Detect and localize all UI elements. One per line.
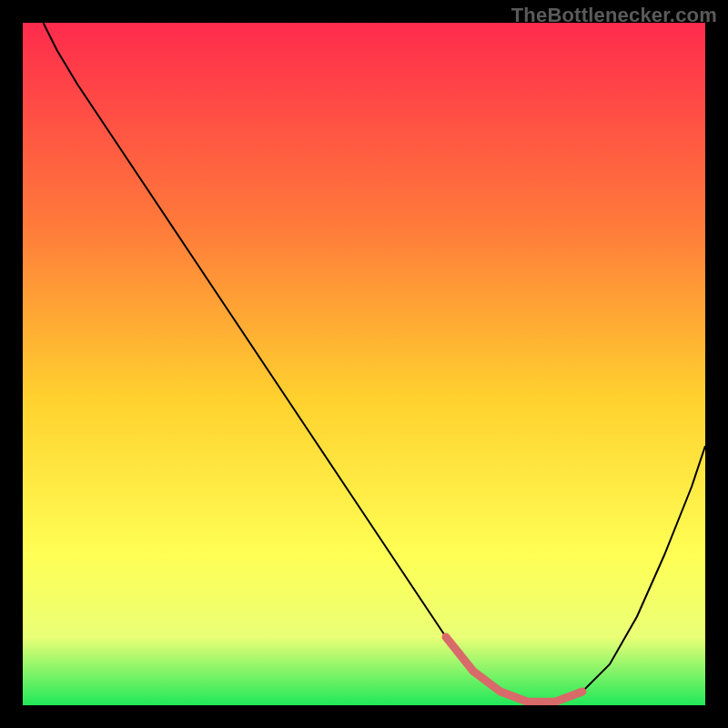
chart-svg bbox=[23, 23, 705, 705]
chart-frame: TheBottlenecker.com bbox=[0, 0, 728, 728]
watermark-text: TheBottlenecker.com bbox=[511, 4, 717, 27]
gradient-background bbox=[23, 23, 705, 705]
plot-area bbox=[23, 23, 705, 705]
